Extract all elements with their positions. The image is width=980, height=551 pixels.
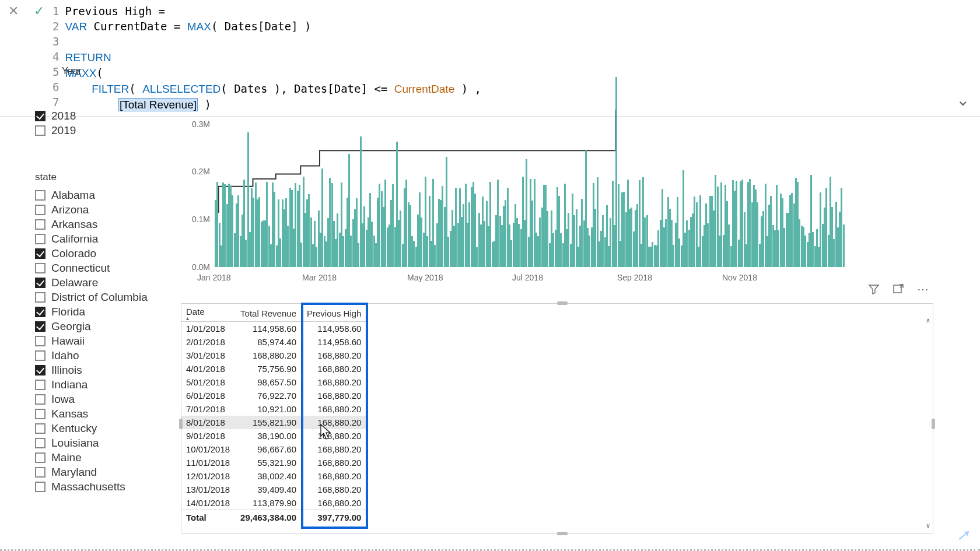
state-item[interactable]: Indiana xyxy=(35,378,163,391)
state-label: Arizona xyxy=(51,203,89,216)
state-item[interactable]: Kentucky xyxy=(35,422,163,435)
state-item[interactable]: Louisiana xyxy=(35,437,163,450)
table-row[interactable]: 2/01/201885,974.40114,958.60 xyxy=(181,335,367,349)
state-item[interactable]: Maryland xyxy=(35,466,163,479)
x-axis-tick: May 2018 xyxy=(407,273,443,282)
checkbox[interactable] xyxy=(35,409,46,419)
state-item[interactable]: Hawaii xyxy=(35,335,163,348)
checkbox[interactable] xyxy=(35,336,46,346)
year-slicer: Year 2016201720182019 xyxy=(35,65,152,139)
chart-visual[interactable]: 0.0M0.1M0.2M0.3M Jan 2018Mar 2018May 201… xyxy=(181,110,939,290)
state-label: Colorado xyxy=(51,247,96,260)
checkbox[interactable] xyxy=(35,125,46,136)
dax-editor[interactable]: Previous High = VAR CurrentDate = MAX( D… xyxy=(65,0,980,116)
table-row[interactable]: 8/01/2018155,821.90168,880.20 xyxy=(181,416,367,429)
table-row[interactable]: 7/01/201810,921.00168,880.20 xyxy=(181,402,367,416)
state-label: Florida xyxy=(51,306,85,318)
state-item[interactable]: Arizona xyxy=(35,203,163,216)
table-row[interactable]: 14/01/2018113,879.90168,880.20 xyxy=(181,496,367,510)
filter-icon[interactable] xyxy=(867,283,880,296)
table-row[interactable]: 3/01/2018168,880.20168,880.20 xyxy=(181,349,367,362)
focus-mode-icon[interactable] xyxy=(892,283,905,296)
state-label: District of Columbia xyxy=(51,291,148,304)
table-row[interactable]: 5/01/201898,657.50168,880.20 xyxy=(181,375,367,389)
checkbox[interactable] xyxy=(35,438,46,448)
x-axis-tick: Mar 2018 xyxy=(302,273,337,282)
state-item[interactable]: Florida xyxy=(35,306,163,318)
state-item[interactable]: Idaho xyxy=(35,349,163,362)
checkbox[interactable] xyxy=(35,423,46,434)
checkbox[interactable] xyxy=(35,111,46,121)
resize-handle-right[interactable] xyxy=(932,419,935,429)
column-header[interactable]: Total Revenue xyxy=(236,304,302,322)
x-axis-tick: Sep 2018 xyxy=(617,273,652,282)
state-item[interactable]: Alabama xyxy=(35,189,163,202)
state-item[interactable]: Kansas xyxy=(35,408,163,420)
state-item[interactable]: Arkansas xyxy=(35,218,163,231)
table-row[interactable]: 11/01/201855,321.90168,880.20 xyxy=(181,456,367,469)
state-label: Connecticut xyxy=(51,262,110,275)
state-item[interactable]: Maine xyxy=(35,451,163,464)
cancel-formula-icon[interactable]: ✕ xyxy=(6,3,21,19)
table-visual[interactable]: ⋯ DateTotal RevenuePrevious High1/01/201… xyxy=(181,303,933,534)
resize-handle-top[interactable] xyxy=(557,301,568,305)
state-item[interactable]: Georgia xyxy=(35,320,163,333)
state-label: Louisiana xyxy=(51,437,99,450)
state-item[interactable]: Iowa xyxy=(35,393,163,406)
checkbox[interactable] xyxy=(35,190,46,201)
checkbox[interactable] xyxy=(35,263,46,273)
checkbox[interactable] xyxy=(35,205,46,215)
year-item[interactable]: 2018 xyxy=(35,110,152,122)
checkbox[interactable] xyxy=(35,380,46,390)
table-row[interactable]: 9/01/201838,190.00168,880.20 xyxy=(181,429,367,443)
state-label: Hawaii xyxy=(51,335,85,348)
table-row[interactable]: 1/01/2018114,958.60114,958.60 xyxy=(181,322,367,336)
commit-formula-icon[interactable]: ✓ xyxy=(32,3,47,19)
state-label: Kansas xyxy=(51,408,88,420)
checkbox[interactable] xyxy=(35,248,46,259)
checkbox[interactable] xyxy=(35,394,46,405)
table-row[interactable]: 10/01/201896,667.60168,880.20 xyxy=(181,443,367,456)
scroll-down-icon[interactable]: ∨ xyxy=(926,522,930,529)
state-label: Iowa xyxy=(51,393,75,406)
formula-expand-handle[interactable]: ⌄ xyxy=(956,90,970,110)
state-item[interactable]: District of Columbia xyxy=(35,291,163,304)
checkbox[interactable] xyxy=(35,292,46,303)
scroll-up-icon[interactable]: ∧ xyxy=(926,317,930,324)
checkbox[interactable] xyxy=(35,365,46,375)
state-item[interactable]: Illinois xyxy=(35,364,163,377)
more-options-icon[interactable]: ⋯ xyxy=(916,283,929,296)
state-label: California xyxy=(51,233,98,245)
resize-handle-left[interactable] xyxy=(179,419,183,429)
checkbox[interactable] xyxy=(35,278,46,288)
x-axis-tick: Jan 2018 xyxy=(197,273,231,282)
state-item[interactable]: Colorado xyxy=(35,247,163,260)
state-label: Arkansas xyxy=(51,218,97,231)
x-axis-tick: Nov 2018 xyxy=(722,273,757,282)
state-item[interactable]: Delaware xyxy=(35,276,163,289)
checkbox[interactable] xyxy=(35,219,46,230)
year-item[interactable]: 2019 xyxy=(35,124,152,137)
year-label: 2018 xyxy=(51,110,76,122)
table-row[interactable]: 13/01/201839,409.40168,880.20 xyxy=(181,483,367,496)
resize-handle-bottom[interactable] xyxy=(557,532,568,535)
column-header[interactable]: Date xyxy=(181,304,236,322)
state-slicer-label: state xyxy=(35,171,163,183)
checkbox[interactable] xyxy=(35,307,46,317)
y-axis-tick: 0.2M xyxy=(181,167,210,176)
table-row[interactable]: 12/01/201838,002.40168,880.20 xyxy=(181,469,367,483)
data-table[interactable]: DateTotal RevenuePrevious High1/01/20181… xyxy=(181,304,367,524)
column-header[interactable]: Previous High xyxy=(302,304,367,322)
state-item[interactable]: Connecticut xyxy=(35,262,163,275)
checkbox[interactable] xyxy=(35,467,46,478)
year-slicer-label: Year xyxy=(35,65,152,77)
checkbox[interactable] xyxy=(35,234,46,244)
checkbox[interactable] xyxy=(35,321,46,332)
table-row[interactable]: 4/01/201875,756.90168,880.20 xyxy=(181,362,367,375)
table-row[interactable]: 6/01/201876,922.70168,880.20 xyxy=(181,389,367,402)
checkbox[interactable] xyxy=(35,482,46,492)
checkbox[interactable] xyxy=(35,350,46,361)
state-item[interactable]: Massachusetts xyxy=(35,480,163,493)
state-item[interactable]: California xyxy=(35,233,163,245)
checkbox[interactable] xyxy=(35,452,46,463)
